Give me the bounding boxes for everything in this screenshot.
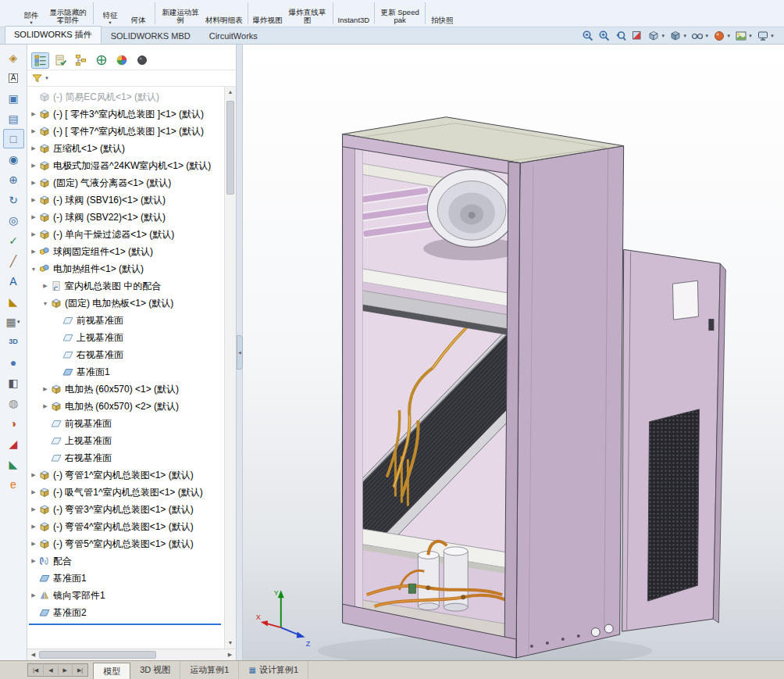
ribbon-button[interactable]: 显示隐藏的零部件 (45, 0, 91, 26)
dropdown-caret-icon[interactable]: ▼ (770, 34, 775, 38)
ribbon-button[interactable]: 拍快照 (428, 0, 456, 26)
door-panel[interactable] (622, 249, 726, 631)
expand-arrow-icon[interactable]: ▶ (29, 197, 38, 203)
cam-tab[interactable] (133, 52, 151, 69)
dimxpertmanager-tab[interactable] (92, 52, 110, 69)
cabinet-body[interactable] (343, 117, 624, 658)
expand-arrow-icon[interactable]: ▶ (29, 558, 38, 564)
tree-vertical-scrollbar[interactable]: ▲ ▼ (224, 87, 236, 649)
component-preview-icon[interactable]: ◎ (3, 210, 24, 230)
note-icon[interactable]: A (3, 68, 24, 88)
study-tab[interactable]: ▦设计算例1 (239, 661, 308, 679)
tree-item[interactable]: ▶(-) [ 零件3^室内机总装图 ]<1> (默认) (27, 105, 224, 123)
tree-item[interactable]: ▶(-) 球阀 (SBV16)<1> (默认) (27, 191, 224, 209)
tree-item[interactable]: ▶(固定) 气液分离器<1> (默认) (27, 174, 224, 191)
ribbon-button[interactable]: 部件▼ (17, 0, 45, 26)
tree-item[interactable]: ▶室内机总装图 中的配合 (27, 277, 224, 295)
configurationmanager-tab[interactable] (72, 52, 90, 69)
hide-show-items-icon[interactable]: ▼ (691, 30, 709, 42)
command-tab[interactable]: SOLIDWORKS 插件 (5, 26, 102, 44)
expand-arrow-icon[interactable]: ▶ (41, 403, 50, 409)
scroll-up-arrow-icon[interactable]: ▲ (225, 87, 236, 98)
tree-item[interactable]: ▶(-) [ 零件7^室内机总装图 ]<1> (默认) (27, 123, 224, 140)
tree-item[interactable]: 基准面1 (27, 363, 224, 381)
apply-scene-icon[interactable]: ▼ (735, 30, 753, 42)
model-canvas[interactable]: X Y Z (243, 45, 784, 660)
section-tool-icon[interactable]: ◧ (3, 373, 24, 392)
balloon-icon[interactable]: ▣ (3, 88, 24, 108)
displaymanager-tab[interactable] (112, 52, 130, 69)
simulation-icon[interactable]: ◢ (3, 434, 24, 453)
tree-item[interactable]: ▼(固定) 电加热板<1> (默认) (27, 295, 224, 312)
ribbon-button[interactable]: 材料明细表 (203, 0, 245, 26)
assembly-tools-icon[interactable]: ◣ (3, 291, 24, 311)
tree-item[interactable]: ▼电加热组件<1> (默认) (27, 260, 224, 277)
expand-arrow-icon[interactable]: ▶ (29, 128, 38, 134)
propertymanager-tab[interactable] (52, 52, 69, 69)
expand-arrow-icon[interactable]: ▶ (29, 111, 38, 117)
dropdown-caret-icon[interactable]: ▼ (661, 34, 665, 38)
horizontal-scroll-thumb[interactable] (39, 651, 156, 659)
scroll-left-arrow-icon[interactable]: ◀ (27, 652, 39, 658)
zoom-to-fit-icon[interactable] (582, 30, 594, 42)
appearance-icon[interactable]: ◑ (3, 413, 24, 433)
bom-table-icon[interactable]: ▦▼ (3, 312, 24, 331)
expand-arrow-icon[interactable]: ▶ (41, 283, 50, 289)
tree-item[interactable]: 基准面2 (27, 604, 224, 621)
expand-arrow-icon[interactable]: ▼ (41, 301, 50, 306)
scroll-right-arrow-icon[interactable]: ▶ (224, 652, 236, 658)
tree-item[interactable]: ▶电加热 (60x570) <1> (默认) (27, 381, 224, 398)
zoom-to-area-icon[interactable] (598, 30, 611, 42)
ribbon-button[interactable]: 特征▼ (96, 0, 124, 26)
tree-item[interactable]: 前视基准面 (27, 415, 224, 432)
tree-item[interactable]: ▶配合 (27, 552, 224, 570)
tree-item[interactable]: ▶电极式加湿器^24KW室内机<1> (默认) (27, 157, 224, 174)
drawing-3d-view-icon[interactable]: 3D (3, 332, 24, 352)
tree-item[interactable]: ▶镜向零部件1 (27, 587, 224, 604)
exploded-view-icon[interactable]: ◈ (3, 48, 24, 67)
expand-arrow-icon[interactable]: ▶ (29, 541, 38, 547)
panel-splitter[interactable]: ◀ (237, 45, 243, 660)
scroll-down-arrow-icon[interactable]: ▼ (225, 638, 236, 649)
tree-item[interactable]: ▶(-) 吸气管1^室内机总装图<1> (默认) (27, 484, 224, 501)
annotations-icon[interactable]: A (3, 271, 24, 291)
expand-arrow-icon[interactable]: ▼ (29, 266, 38, 272)
magnet-line-icon[interactable]: □ (3, 129, 24, 148)
expand-arrow-icon[interactable]: ▶ (29, 145, 38, 152)
tree-item[interactable]: ▶压缩机<1> (默认) (27, 140, 224, 157)
assembly-visualization-icon[interactable]: ◉ (3, 149, 24, 169)
tree-item[interactable]: (-) 简易EC风机<1> (默认) (27, 88, 224, 105)
tree-item[interactable]: 上视基准面 (27, 329, 224, 346)
expand-arrow-icon[interactable]: ▶ (29, 489, 38, 495)
expand-arrow-icon[interactable]: ▶ (29, 231, 38, 238)
tree-item[interactable]: 右视基准面 (27, 449, 224, 466)
expand-arrow-icon[interactable]: ▶ (29, 180, 38, 186)
move-component-icon[interactable]: ⊕ (3, 170, 24, 189)
tree-item[interactable]: 前视基准面 (27, 312, 224, 329)
vertical-scroll-thumb[interactable] (226, 101, 234, 195)
expand-arrow-icon[interactable]: ▶ (29, 163, 38, 169)
ribbon-button[interactable]: 更新 Speedpak (377, 0, 422, 26)
tree-item[interactable]: ▶(-) 单向干燥过滤器<1> (默认) (27, 226, 224, 243)
display-style-icon[interactable]: ▼ (669, 30, 687, 42)
filter-funnel-icon[interactable] (31, 73, 43, 84)
ribbon-button[interactable]: 新建运动算例 (158, 0, 203, 26)
command-tab[interactable]: CircuitWorks (200, 28, 267, 44)
view-settings-icon[interactable]: ▼ (757, 30, 775, 42)
rollback-bar[interactable] (29, 624, 221, 625)
measure-icon[interactable]: ╱ (3, 251, 24, 270)
preview-sphere-icon[interactable]: ● (3, 352, 24, 372)
study-tab[interactable]: 运动算例1 (180, 661, 239, 679)
expand-arrow-icon[interactable]: ▶ (29, 248, 38, 255)
expand-arrow-icon[interactable]: ▶ (29, 592, 38, 599)
study-tab[interactable]: 模型 (93, 663, 130, 679)
ribbon-button[interactable]: Instant3D (336, 0, 372, 26)
ribbon-button[interactable]: 爆炸视图 (251, 0, 285, 26)
section-view-icon[interactable] (631, 30, 643, 42)
splitter-handle[interactable]: ◀ (237, 335, 243, 370)
filter-dropdown-caret-icon[interactable]: ▼ (45, 76, 49, 80)
flow-icon[interactable]: ◣ (3, 454, 24, 474)
expand-arrow-icon[interactable]: ▶ (41, 386, 50, 392)
tree-item[interactable]: 上视基准面 (27, 432, 224, 449)
tree-item[interactable]: ▶(-) 球阀 (SBV22)<1> (默认) (27, 209, 224, 226)
